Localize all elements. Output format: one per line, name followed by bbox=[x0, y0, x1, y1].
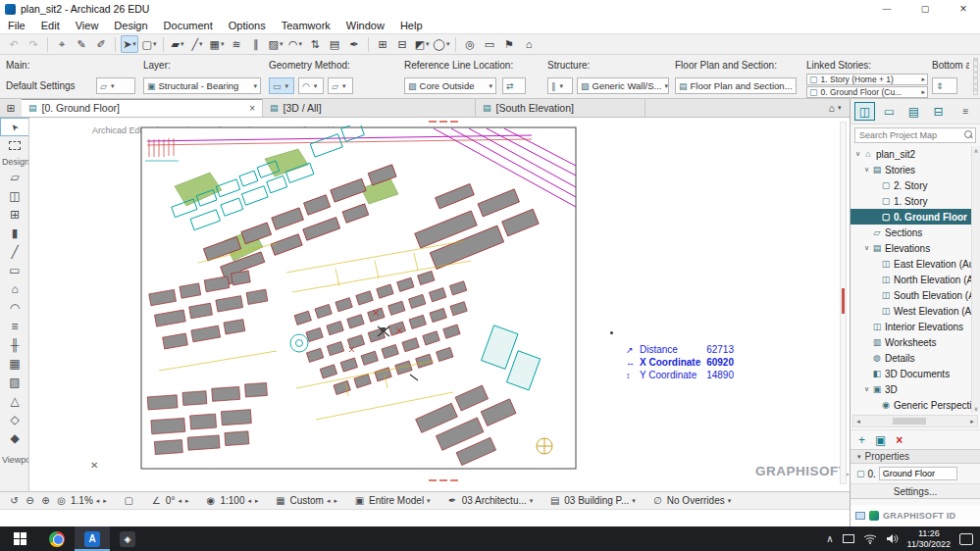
menu-file[interactable]: File bbox=[0, 20, 33, 31]
menu-view[interactable]: View bbox=[68, 20, 107, 31]
tree-horizontal-scrollbar[interactable]: ◂ ▸ bbox=[852, 415, 978, 427]
roof-tool[interactable]: ⌂ bbox=[0, 279, 29, 298]
action-center-icon[interactable] bbox=[959, 533, 973, 545]
object-tool[interactable]: ◆ bbox=[0, 428, 29, 447]
structure-type-button[interactable]: ∥ ▾ bbox=[547, 77, 573, 94]
plan-section-combo[interactable]: ▤ Floor Plan and Section... ▾ bbox=[675, 77, 797, 94]
tree-item-west-elevation[interactable]: ◫ West Elevation (Aut... bbox=[851, 303, 980, 319]
arrow-tool[interactable]: ➤ bbox=[0, 118, 29, 136]
delete-button[interactable]: × bbox=[896, 433, 903, 447]
chevron-down-icon[interactable]: ∨ bbox=[862, 244, 871, 252]
rotation-control[interactable]: 0° ◂ ▸ bbox=[166, 495, 190, 506]
tree-item-project-root[interactable]: ∨ ⌂ plan_sit2 bbox=[851, 146, 980, 162]
chevron-down-icon[interactable]: ∨ bbox=[862, 385, 871, 393]
tab-3d-all[interactable]: ▤ [3D / All] bbox=[263, 99, 476, 117]
railing-tool[interactable]: ╫ bbox=[0, 335, 29, 354]
pane-organizer-button[interactable]: ⊞ bbox=[0, 99, 22, 117]
graphisoft-id-bar[interactable]: GRAPHISOFT ID bbox=[851, 505, 980, 526]
zoom-glass-icon[interactable]: ◎ bbox=[55, 495, 68, 506]
redo-button[interactable]: ↷ bbox=[25, 35, 42, 53]
menu-design[interactable]: Design bbox=[106, 20, 155, 31]
zoom-level-control[interactable]: 1.1% ◂ ▸ bbox=[71, 495, 108, 506]
scroll-left-icon[interactable]: ◂ bbox=[853, 418, 863, 426]
hidden-icons-chevron[interactable]: ∧ bbox=[826, 533, 833, 544]
line-tool-button[interactable]: ╱▾ bbox=[188, 35, 206, 53]
previous-zoom-icon[interactable]: ↺ bbox=[8, 495, 21, 506]
tree-item-story-1[interactable]: ▢ 1. Story bbox=[851, 193, 980, 209]
caret-down-icon[interactable]: ▾ bbox=[529, 497, 535, 505]
fit-view-button[interactable]: ▭ bbox=[481, 35, 498, 53]
structure-filter-control[interactable]: Entire Model ▾ bbox=[369, 495, 432, 506]
add-viewpoint-button[interactable]: + bbox=[858, 433, 865, 447]
project-map-button[interactable]: ◫ bbox=[854, 102, 875, 121]
arc-tool-button[interactable]: ◠▾ bbox=[286, 35, 304, 53]
volume-icon[interactable] bbox=[886, 533, 899, 544]
tree-item-generic-perspective[interactable]: ◉ Generic Perspectiv... bbox=[851, 397, 980, 413]
publisher-button[interactable]: ⊟ bbox=[928, 102, 949, 121]
bottom-top-control[interactable]: ⇕ bbox=[932, 77, 957, 94]
menu-teamwork[interactable]: Teamwork bbox=[274, 20, 338, 31]
door-tool[interactable]: ◫ bbox=[0, 186, 29, 205]
default-settings-preview[interactable]: ▱ ▾ bbox=[96, 77, 135, 94]
stair-tool[interactable]: ≡ bbox=[0, 317, 29, 335]
layout-grid-icon[interactable]: ▦ bbox=[274, 495, 286, 506]
tree-item-3d[interactable]: ∨ ▣ 3D bbox=[851, 381, 980, 397]
tab-south-elevation[interactable]: ▤ [South Elevation] bbox=[476, 99, 645, 117]
scroll-up-icon[interactable]: ∧ bbox=[974, 147, 978, 154]
menu-help[interactable]: Help bbox=[392, 20, 431, 31]
tree-item-worksheets[interactable]: ▥ Worksheets bbox=[851, 334, 980, 350]
shell-tool[interactable]: ◠ bbox=[0, 298, 29, 317]
scroll-down-icon[interactable]: ∨ bbox=[974, 405, 978, 412]
zoom-tool-button[interactable]: ◎ bbox=[461, 35, 479, 53]
tree-vertical-scrollbar[interactable]: ∧ ∨ bbox=[971, 146, 980, 413]
settings-button[interactable]: Settings... bbox=[851, 483, 980, 499]
flip-button[interactable]: ⇄ bbox=[502, 77, 526, 94]
column-tool[interactable]: ▮ bbox=[0, 224, 29, 242]
layers-button[interactable]: ▤ bbox=[326, 35, 343, 53]
beam-tool[interactable]: ╱ bbox=[0, 242, 29, 261]
scrollbar-thumb[interactable] bbox=[893, 418, 926, 425]
caret-left-icon[interactable]: ◂ bbox=[326, 497, 332, 505]
menu-edit[interactable]: Edit bbox=[33, 20, 68, 31]
pane-splitter-handle[interactable] bbox=[429, 479, 458, 481]
geometry-curved-button[interactable]: ◠ ▾ bbox=[298, 77, 324, 94]
site-plan-drawing[interactable] bbox=[139, 125, 578, 471]
slab-tool[interactable]: ▭ bbox=[0, 261, 29, 279]
curtain-wall-tool[interactable]: ▦ bbox=[0, 354, 29, 373]
infobox-scrollbar[interactable] bbox=[973, 58, 978, 95]
scrollbar-track[interactable] bbox=[863, 416, 967, 426]
menu-options[interactable]: Options bbox=[221, 20, 274, 31]
close-button[interactable]: × bbox=[947, 0, 980, 18]
guide-lines-button[interactable]: ≋ bbox=[228, 35, 245, 53]
tree-item-elevations[interactable]: ∨ ▤ Elevations bbox=[851, 240, 980, 256]
tree-item-story-2[interactable]: ▢ 2. Story bbox=[851, 177, 980, 193]
pen-set-control[interactable]: 03 Architectu... ▾ bbox=[462, 495, 535, 506]
maximize-button[interactable]: ▢ bbox=[908, 0, 942, 18]
scroll-right-icon[interactable]: ▸ bbox=[967, 418, 977, 426]
markup-tools-button[interactable]: ⚑ bbox=[500, 35, 518, 53]
caret-right-icon[interactable]: ▸ bbox=[184, 497, 190, 505]
arrow-tool-button[interactable]: ➤▾ bbox=[121, 35, 138, 53]
tree-item-north-elevation[interactable]: ◫ North Elevation (Au... bbox=[851, 272, 980, 287]
caret-left-icon[interactable]: ◂ bbox=[246, 497, 252, 505]
marquee-tool-button[interactable]: ▢▾ bbox=[140, 35, 158, 53]
tree-item-3d-documents[interactable]: ◧ 3D Documents bbox=[851, 366, 980, 381]
favorites-button[interactable]: ✐ bbox=[92, 35, 110, 53]
navigator-menu-button[interactable]: ≡ bbox=[955, 102, 976, 121]
caret-right-icon[interactable]: ▸ bbox=[333, 497, 338, 505]
menu-window[interactable]: Window bbox=[338, 20, 392, 31]
scale-control[interactable]: 1:100 ◂ ▸ bbox=[220, 495, 259, 506]
pick-up-parameters-button[interactable]: ⌖ bbox=[53, 35, 71, 53]
taskbar-chrome-button[interactable] bbox=[39, 526, 75, 551]
floor-plan-canvas[interactable]: Archicad Education version, not for resa… bbox=[29, 118, 850, 491]
linked-story-2[interactable]: ▢ 0. Ground Floor (Cu... ▸ bbox=[806, 86, 928, 98]
model-filter-icon[interactable]: ▣ bbox=[353, 495, 366, 506]
morph-tool[interactable]: ◇ bbox=[0, 410, 29, 428]
tree-item-interior-elevations[interactable]: ◫ Interior Elevations bbox=[851, 319, 980, 334]
orientation-icon[interactable]: ∠ bbox=[150, 495, 163, 506]
organizer-button[interactable]: ⊞ bbox=[374, 35, 391, 53]
layer-combination-control[interactable]: 03 Building P... ▾ bbox=[564, 495, 637, 506]
fill-tool-button[interactable]: ▨▾ bbox=[267, 35, 284, 53]
trim-button[interactable]: ◩▾ bbox=[413, 35, 431, 53]
story-name-field[interactable] bbox=[879, 467, 957, 480]
